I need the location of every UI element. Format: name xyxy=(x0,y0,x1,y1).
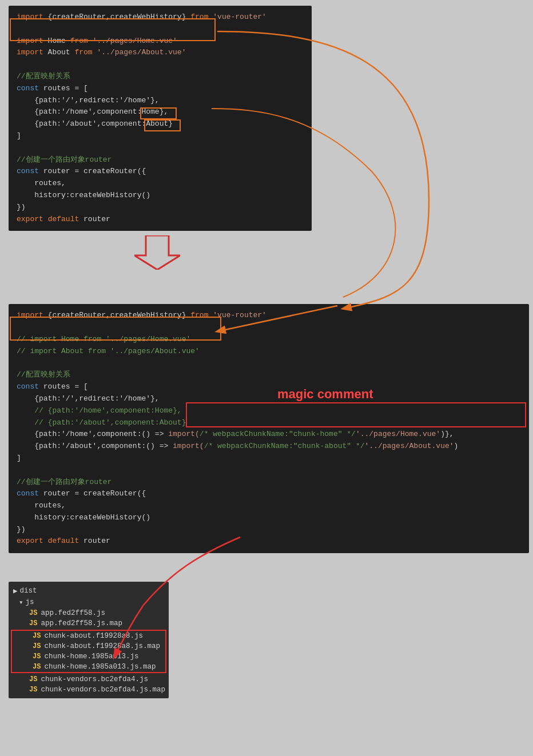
file-name-8: chunk-vendors.bc2efda4.js.map xyxy=(41,686,165,694)
mid-history: history:createWebHistory() xyxy=(17,512,521,524)
line-bracket: ] xyxy=(17,130,304,142)
mid-comment-import-home: // import Home from '../pages/Home.vue' xyxy=(17,334,521,346)
down-arrow-container xyxy=(6,235,309,270)
line-export: export default router xyxy=(17,214,304,226)
mid-commented-home: // {path:'/home',component:Home}, xyxy=(17,405,521,417)
svg-marker-0 xyxy=(134,235,180,270)
mid-route-root: {path:'/',redirect:'/home'}, xyxy=(17,393,521,405)
js-file-icon-7: JS xyxy=(29,675,37,683)
mid-comment-routes: //配置映射关系 xyxy=(17,369,521,381)
line-import-about: import About from '../pages/About.vue' xyxy=(17,47,304,59)
file-name-3: chunk-about.f19928a8.js xyxy=(44,632,143,640)
file-name-1: app.fed2ff58.js xyxy=(41,609,105,617)
line-route-about: {path:'/about',component:About} xyxy=(17,118,304,130)
js-file-icon-8: JS xyxy=(29,686,37,694)
file-row-4[interactable]: JS chunk-about.f19928a8.js.map xyxy=(12,641,165,651)
mid-line-1: import {createRouter,createWebHistory} f… xyxy=(17,310,521,322)
chunk-about-highlight-group: JS chunk-about.f19928a8.js JS chunk-abou… xyxy=(11,630,166,673)
dist-folder-row: ▶ dist xyxy=(9,585,169,597)
middle-code-panel: magic comment import {createRouter,creat… xyxy=(9,304,529,553)
line-route-root: {path:'/',redirect:'/home'}, xyxy=(17,95,304,107)
line-comment-2: //创建一个路由对象router xyxy=(17,154,304,166)
file-panel: ▶ dist ▾ js JS app.fed2ff58.js JS app.fe… xyxy=(9,582,169,698)
mid-comment-router: //创建一个路由对象router xyxy=(17,477,521,489)
file-name-4: chunk-about.f19928a8.js.map xyxy=(44,642,160,650)
page-container: import {createRouter,createWebHistory} f… xyxy=(0,0,533,756)
file-name-6: chunk-home.1985a013.js.map xyxy=(44,663,156,671)
line-history: history:createWebHistory() xyxy=(17,190,304,202)
line-blank-3 xyxy=(17,142,304,154)
dist-label: dist xyxy=(20,587,37,595)
line-blank-2 xyxy=(17,59,304,71)
file-name-2: app.fed2ff58.js.map xyxy=(41,619,122,627)
file-name-7: chunk-vendors.bc2efda4.js xyxy=(41,675,148,683)
js-file-icon-2: JS xyxy=(29,619,37,627)
down-arrow-svg xyxy=(134,235,180,270)
js-file-icon-1: JS xyxy=(29,609,37,617)
line-close-obj: }) xyxy=(17,202,304,214)
file-row-5[interactable]: JS chunk-home.1985a013.js xyxy=(12,651,165,662)
magic-comment-label: magic comment xyxy=(277,384,373,404)
mid-blank-1 xyxy=(17,322,521,334)
line-const-routes: const routes = [ xyxy=(17,83,304,95)
mid-commented-about: // {path:'/about',component:About} xyxy=(17,417,521,429)
js-file-icon-5: JS xyxy=(33,653,41,661)
mid-bracket: ] xyxy=(17,453,521,465)
mid-const-routes: const routes = [ xyxy=(17,381,521,393)
js-file-icon-4: JS xyxy=(33,642,41,650)
js-file-icon-3: JS xyxy=(33,632,41,640)
line-route-home: {path:'/home',component:Home}, xyxy=(17,106,304,118)
js-folder-row: ▾ js xyxy=(9,597,169,608)
file-row-6[interactable]: JS chunk-home.1985a013.js.map xyxy=(12,662,165,672)
line-1: import {createRouter,createWebHistory} f… xyxy=(17,11,304,23)
mid-const-router: const router = createRouter({ xyxy=(17,488,521,500)
chevron-right-icon: ▶ xyxy=(13,586,18,595)
mid-route-home-magic: {path:'/home',component:() => import(/* … xyxy=(17,429,521,441)
line-blank-1 xyxy=(17,23,304,35)
top-code-panel: import {createRouter,createWebHistory} f… xyxy=(9,6,312,231)
mid-routes-prop: routes, xyxy=(17,500,521,512)
js-label: js xyxy=(26,598,34,606)
mid-blank-3 xyxy=(17,465,521,477)
line-const-router: const router = createRouter({ xyxy=(17,166,304,178)
mid-blank-2 xyxy=(17,358,521,370)
file-row-3[interactable]: JS chunk-about.f19928a8.js xyxy=(12,631,165,641)
line-comment-1: //配置映射关系 xyxy=(17,71,304,83)
mid-comment-import-about: // import About from '../pages/About.vue… xyxy=(17,346,521,358)
mid-close-obj: }) xyxy=(17,524,521,536)
mid-export: export default router xyxy=(17,535,521,547)
chevron-down-icon: ▾ xyxy=(19,598,23,607)
file-name-5: chunk-home.1985a013.js xyxy=(44,653,138,661)
file-row-2[interactable]: JS app.fed2ff58.js.map xyxy=(9,618,169,629)
file-row-1[interactable]: JS app.fed2ff58.js xyxy=(9,608,169,618)
line-routes-prop: routes, xyxy=(17,178,304,190)
file-row-8[interactable]: JS chunk-vendors.bc2efda4.js.map xyxy=(9,685,169,695)
js-file-icon-6: JS xyxy=(33,663,41,671)
file-row-7[interactable]: JS chunk-vendors.bc2efda4.js xyxy=(9,674,169,685)
mid-route-about-magic: {path:'/about',component:() => import(/*… xyxy=(17,441,521,453)
line-import-home: import Home from '../pages/Home.vue' xyxy=(17,35,304,47)
